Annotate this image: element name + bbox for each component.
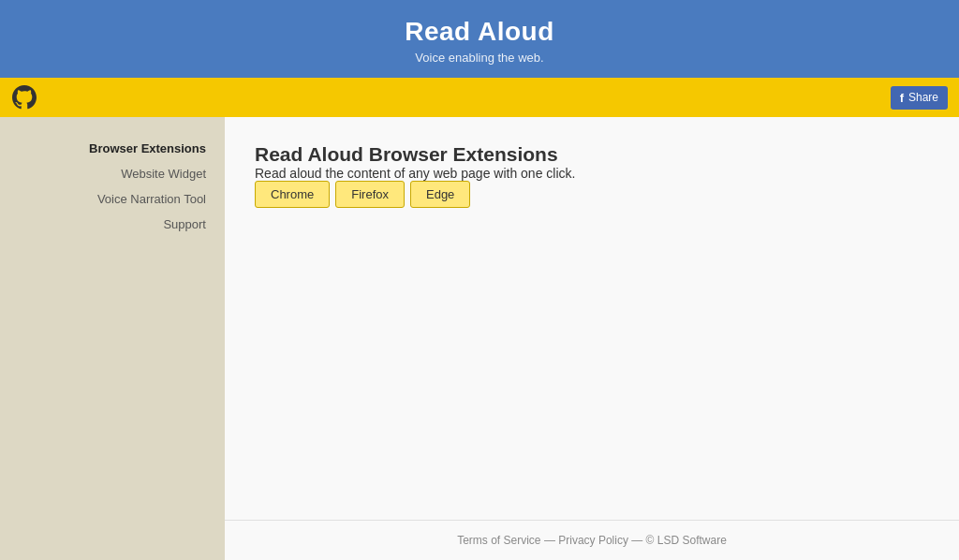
chrome-button[interactable]: Chrome bbox=[255, 181, 330, 208]
sidebar: Browser Extensions Website Widget Voice … bbox=[0, 117, 225, 560]
footer: Terms of Service — Privacy Policy — © LS… bbox=[225, 520, 959, 560]
footer-separator-1: — bbox=[544, 534, 558, 547]
footer-separator-2: — bbox=[631, 534, 645, 547]
firefox-button[interactable]: Firefox bbox=[335, 181, 405, 208]
content-column: Read Aloud Browser Extensions Read aloud… bbox=[225, 117, 959, 560]
privacy-policy-link[interactable]: Privacy Policy bbox=[558, 534, 628, 547]
content-area: Read Aloud Browser Extensions Read aloud… bbox=[225, 117, 959, 520]
terms-of-service-link[interactable]: Terms of Service bbox=[457, 534, 540, 547]
sidebar-item-browser-extensions[interactable]: Browser Extensions bbox=[0, 136, 225, 161]
page-header: Read Aloud Voice enabling the web. bbox=[0, 0, 959, 78]
github-icon[interactable] bbox=[11, 84, 37, 111]
body-row: Browser Extensions Website Widget Voice … bbox=[0, 117, 959, 560]
content-heading: Read Aloud Browser Extensions bbox=[255, 143, 929, 166]
sidebar-item-support[interactable]: Support bbox=[0, 212, 225, 237]
sidebar-item-website-widget[interactable]: Website Widget bbox=[0, 161, 225, 186]
fb-logo-icon: f bbox=[900, 91, 904, 105]
share-label: Share bbox=[908, 91, 938, 104]
site-title: Read Aloud bbox=[0, 17, 959, 47]
toolbar: f Share bbox=[0, 78, 959, 117]
site-subtitle: Voice enabling the web. bbox=[0, 51, 959, 65]
page-wrapper: Browser Extensions Website Widget Voice … bbox=[0, 117, 959, 560]
edge-button[interactable]: Edge bbox=[410, 181, 470, 208]
extension-buttons: Chrome Firefox Edge bbox=[255, 181, 929, 208]
footer-copyright: © LSD Software bbox=[646, 534, 727, 547]
facebook-share-button[interactable]: f Share bbox=[891, 86, 948, 110]
content-description: Read aloud the content of any web page w… bbox=[255, 166, 929, 181]
sidebar-item-voice-narration-tool[interactable]: Voice Narration Tool bbox=[0, 186, 225, 212]
